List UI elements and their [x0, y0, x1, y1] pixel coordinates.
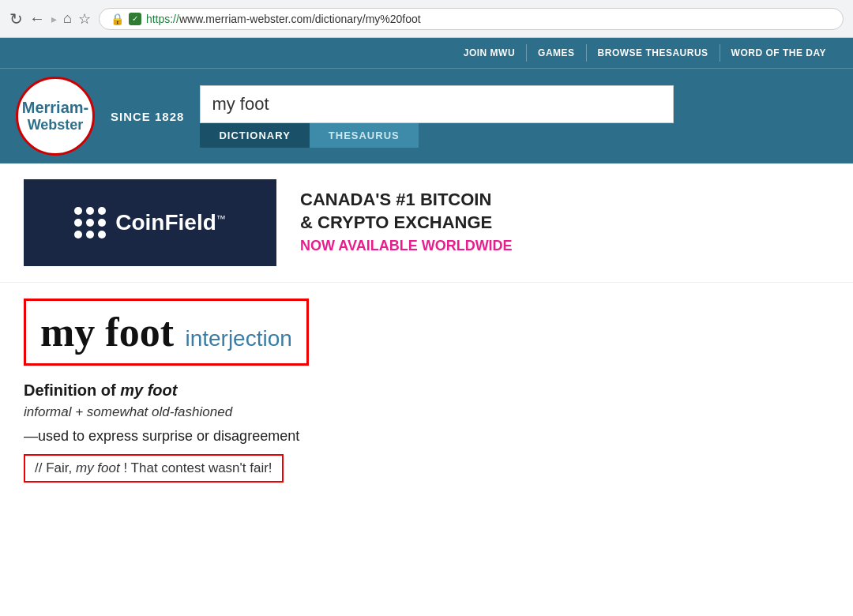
url-green: https://: [146, 13, 179, 25]
star-icon[interactable]: ☆: [78, 10, 91, 28]
main-content: my foot interjection Definition of my fo…: [0, 283, 853, 511]
back-icon[interactable]: ←: [29, 9, 45, 28]
coinfield-brand-name: CoinField™: [115, 210, 226, 235]
def-usage: informal + somewhat old-fashioned: [24, 404, 829, 420]
browser-controls: ↻ ← ▸ ⌂ ☆: [9, 9, 91, 28]
ad-coinfield[interactable]: CoinField™: [24, 179, 276, 266]
def-heading-word: my foot: [120, 381, 177, 399]
search-tabs: DICTIONARY THESAURUS: [200, 123, 674, 148]
word-entry-box: my foot interjection: [24, 299, 309, 366]
def-heading: Definition of my foot: [24, 381, 829, 400]
site-icon: 🔒: [111, 13, 124, 25]
coinfield-dot-6: [98, 219, 106, 227]
def-heading-text: Definition of: [24, 381, 116, 399]
search-area: DICTIONARY THESAURUS: [200, 85, 674, 148]
coinfield-dots: [74, 207, 106, 239]
url-domain: www.merriam-webster.com/dictionary/my%20…: [179, 13, 421, 25]
def-text: —used to express surprise or disagreemen…: [24, 428, 829, 445]
coinfield-dot-2: [86, 207, 94, 215]
search-input[interactable]: [200, 85, 674, 123]
site-header: JOIN MWU GAMES BROWSE THESAURUS WORD OF …: [0, 38, 853, 163]
header-main: Merriam- Webster SINCE 1828 DICTIONARY T…: [0, 69, 853, 163]
coinfield-dot-4: [74, 219, 82, 227]
coinfield-dot-9: [98, 231, 106, 239]
example-rest: ! That contest wasn't fair!: [123, 460, 272, 475]
word-entry-title: my foot: [40, 310, 174, 355]
word-entry-pos: interjection: [185, 326, 291, 351]
example-fair: Fair,: [46, 460, 76, 475]
example-box: // Fair, my foot ! That contest wasn't f…: [24, 454, 284, 483]
coinfield-dot-5: [86, 219, 94, 227]
coinfield-dot-3: [98, 207, 106, 215]
home-icon[interactable]: ⌂: [63, 10, 72, 27]
ad-banner: CoinField™ CANADA'S #1 BITCOIN & CRYPTO …: [0, 163, 853, 283]
since-text: SINCE 1828: [111, 110, 184, 123]
logo-inner: Merriam- Webster: [22, 98, 88, 134]
logo-line1: Merriam-: [22, 98, 88, 117]
browser-chrome: ↻ ← ▸ ⌂ ☆ 🔒 ✓ https://www.merriam-webste…: [0, 0, 853, 38]
top-nav: JOIN MWU GAMES BROWSE THESAURUS WORD OF …: [0, 38, 853, 69]
coinfield-tm: ™: [216, 213, 226, 224]
ad-subtext: NOW AVAILABLE WORLDWIDE: [300, 238, 513, 254]
coinfield-dot-7: [74, 231, 82, 239]
shield-icon: ✓: [129, 13, 141, 25]
logo-line2: Webster: [22, 117, 88, 134]
tab-thesaurus[interactable]: THESAURUS: [310, 123, 419, 148]
nav-browse-thesaurus[interactable]: BROWSE THESAURUS: [587, 44, 720, 62]
coinfield-dot-1: [74, 207, 82, 215]
coinfield-logo: CoinField™: [74, 207, 226, 239]
nav-games[interactable]: GAMES: [527, 44, 587, 62]
coinfield-dot-8: [86, 231, 94, 239]
example-my-foot: my foot: [76, 460, 120, 475]
example-text: // Fair, my foot ! That contest wasn't f…: [35, 460, 272, 475]
refresh-icon[interactable]: ↻: [9, 9, 23, 28]
tab-dictionary[interactable]: DICTIONARY: [200, 123, 309, 148]
nav-join-mwu[interactable]: JOIN MWU: [453, 44, 527, 62]
url-text: https://www.merriam-webster.com/dictiona…: [146, 13, 421, 25]
definition-section: Definition of my foot informal + somewha…: [24, 381, 829, 483]
logo[interactable]: Merriam- Webster: [16, 77, 95, 156]
ad-text: CANADA'S #1 BITCOIN & CRYPTO EXCHANGE NO…: [300, 189, 513, 257]
forward-dot: ▸: [51, 13, 57, 25]
nav-word-of-day[interactable]: WORD OF THE DAY: [720, 44, 837, 62]
example-slashes: //: [35, 460, 42, 475]
address-bar[interactable]: 🔒 ✓ https://www.merriam-webster.com/dict…: [99, 8, 844, 30]
